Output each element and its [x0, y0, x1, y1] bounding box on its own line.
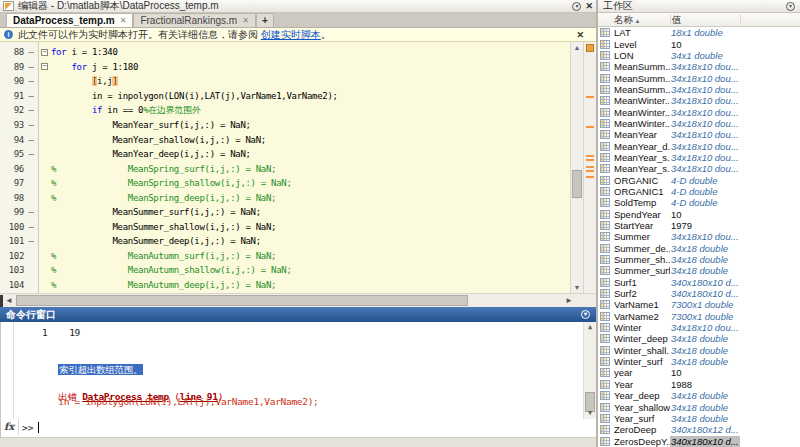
warning-tick-icon[interactable] [586, 126, 594, 128]
line-number[interactable]: 96 [0, 164, 24, 174]
line-number[interactable]: 94 [0, 135, 24, 145]
workspace-row[interactable]: SpendYear10 [598, 209, 800, 220]
workspace-row[interactable]: Year_deep34x18 double [598, 390, 800, 401]
workspace-row[interactable]: MeanSumm...34x18x10 dou... [598, 61, 800, 72]
line-number[interactable]: 104 [0, 280, 24, 290]
breakpoint-margin[interactable]: – [24, 236, 38, 246]
line-number[interactable]: 98 [0, 193, 24, 203]
line-number[interactable]: 95 [0, 149, 24, 159]
workspace-row[interactable]: MeanWinter...34x18x10 dou... [598, 118, 800, 129]
tab-fractionalrankings[interactable]: FractionalRankings.m ✕ [133, 13, 255, 27]
line-number[interactable]: 97 [0, 178, 24, 188]
infobar-close-icon[interactable]: ✕ [576, 30, 584, 40]
line-number[interactable]: 89 [0, 62, 24, 72]
scroll-right-icon[interactable]: ► [565, 294, 573, 307]
scroll-down-icon[interactable]: ▼ [571, 282, 583, 293]
line-number[interactable]: 90 [0, 76, 24, 86]
line-number[interactable]: 91 [0, 91, 24, 101]
workspace-row[interactable]: Winter_shall...34x18 double [598, 345, 800, 356]
command-prompt[interactable]: fx >> [0, 419, 596, 437]
breakpoint-margin[interactable]: – [24, 149, 38, 159]
breakpoint-margin[interactable]: – [24, 135, 38, 145]
workspace-row[interactable]: StartYear1979 [598, 220, 800, 231]
workspace-row[interactable]: Summer_de...34x18 double [598, 243, 800, 254]
editor-close-icon[interactable]: ✕ [585, 2, 593, 11]
column-divider[interactable] [670, 14, 671, 25]
workspace-menu-icon[interactable]: ▾ [786, 2, 795, 11]
warning-tick-icon[interactable] [586, 170, 594, 172]
workspace-row[interactable]: ORGANIC4-D double [598, 174, 800, 185]
workspace-row[interactable]: Year_shallow34x18 double [598, 401, 800, 412]
breakpoint-margin[interactable]: – [24, 91, 38, 101]
breakpoint-margin[interactable]: – [24, 207, 38, 217]
scroll-up-icon[interactable]: ▲ [571, 42, 583, 53]
indicator-summary-icon[interactable] [586, 44, 594, 52]
line-number[interactable]: 102 [0, 251, 24, 261]
workspace-row[interactable]: VarName27300x1 double [598, 311, 800, 322]
command-window-output[interactable]: 1 19 索引超出数组范围。 出错 DataProcess_temp (line… [0, 322, 596, 419]
workspace-row[interactable]: ORGANIC14-D double [598, 186, 800, 197]
workspace-row[interactable]: year10 [598, 367, 800, 378]
tab-close-icon[interactable]: ✕ [120, 16, 127, 25]
breakpoint-margin[interactable]: – [24, 62, 38, 72]
workspace-row[interactable]: Surf1340x180x10 d... [598, 277, 800, 288]
command-window-menu-icon[interactable]: ▾ [581, 310, 590, 319]
workspace-row[interactable]: MeanWinter...34x18x10 dou... [598, 106, 800, 117]
scroll-up-icon[interactable]: ▲ [584, 322, 596, 333]
scrollbar-thumb[interactable] [16, 295, 468, 306]
workspace-row[interactable]: MeanYear_s...34x18x10 dou... [598, 152, 800, 163]
workspace-row[interactable]: MeanYear_d...34x18x10 dou... [598, 140, 800, 151]
workspace-row[interactable]: Summer_surf34x18 double [598, 265, 800, 276]
scroll-left-icon[interactable]: ◄ [5, 294, 13, 307]
warning-tick-icon[interactable] [586, 166, 594, 168]
workspace-row[interactable]: SoldTemp4-D double [598, 197, 800, 208]
workspace-row[interactable]: ZerosDeepY...340x180x10 d... [598, 435, 800, 446]
workspace-row[interactable]: Surf2340x180x10 d... [598, 288, 800, 299]
command-window-scrollbar[interactable]: ▲ ▼ [583, 322, 596, 419]
column-header-name[interactable]: 名称 ▴ [614, 14, 639, 27]
warning-tick-icon[interactable] [586, 159, 594, 161]
scroll-down-icon[interactable]: ▼ [584, 408, 596, 419]
code-area[interactable]: 88–−for i = 1:34089–− for j = 1:18090– [… [0, 42, 570, 293]
workspace-row[interactable]: Winter34x18x10 dou... [598, 322, 800, 333]
tab-dataprocess-temp[interactable]: DataProcess_temp.m ✕ [6, 13, 133, 27]
workspace-row[interactable]: Year_surf34x18 double [598, 413, 800, 424]
workspace-row[interactable]: Level10 [598, 38, 800, 49]
breakpoint-margin[interactable]: – [24, 105, 38, 115]
code-fold-icon[interactable]: − [41, 49, 48, 56]
editor-vertical-scrollbar[interactable]: ▲ ▼ [570, 42, 583, 293]
workspace-row[interactable]: Winter_surf34x18 double [598, 356, 800, 367]
editor-menu-icon[interactable]: ▾ [572, 2, 581, 11]
breakpoint-margin[interactable]: – [24, 120, 38, 130]
warning-tick-icon[interactable] [586, 96, 594, 98]
line-number[interactable]: 103 [0, 265, 24, 275]
code-fold-icon[interactable]: − [41, 63, 48, 70]
scrollbar-thumb[interactable] [572, 170, 582, 198]
breakpoint-margin[interactable]: – [24, 222, 38, 232]
breakpoint-margin[interactable]: – [24, 76, 38, 86]
message-indicator-bar[interactable] [583, 42, 596, 293]
line-number[interactable]: 92 [0, 105, 24, 115]
workspace-row[interactable]: ZeroDeep340x180x12 d... [598, 424, 800, 435]
workspace-row[interactable]: MeanYear34x18x10 dou... [598, 129, 800, 140]
warning-tick-icon[interactable] [586, 176, 594, 178]
workspace-row[interactable]: LAT18x1 double [598, 27, 800, 38]
line-number[interactable]: 101 [0, 236, 24, 246]
new-tab-button[interactable]: + [256, 13, 274, 27]
workspace-row[interactable]: Winter_deep34x18 double [598, 333, 800, 344]
line-number[interactable]: 88 [0, 47, 24, 57]
workspace-row[interactable]: VarName17300x1 double [598, 299, 800, 310]
workspace-row[interactable]: Summer_sh...34x18 double [598, 254, 800, 265]
breakpoint-margin[interactable]: – [24, 47, 38, 57]
workspace-row[interactable]: MeanYear_s...34x18x10 dou... [598, 163, 800, 174]
editor-horizontal-scrollbar[interactable]: ◄ ► [0, 293, 596, 307]
line-number[interactable]: 100 [0, 222, 24, 232]
workspace-row[interactable]: LON34x1 double [598, 50, 800, 61]
line-number[interactable]: 99 [0, 207, 24, 217]
column-divider[interactable] [740, 14, 741, 25]
create-live-script-link[interactable]: 创建实时脚本 [261, 28, 321, 42]
line-number[interactable]: 93 [0, 120, 24, 130]
workspace-row[interactable]: MeanSumm...34x18x10 dou... [598, 72, 800, 83]
workspace-row[interactable]: MeanSumm...34x18x10 dou... [598, 84, 800, 95]
workspace-row[interactable]: Year1988 [598, 379, 800, 390]
